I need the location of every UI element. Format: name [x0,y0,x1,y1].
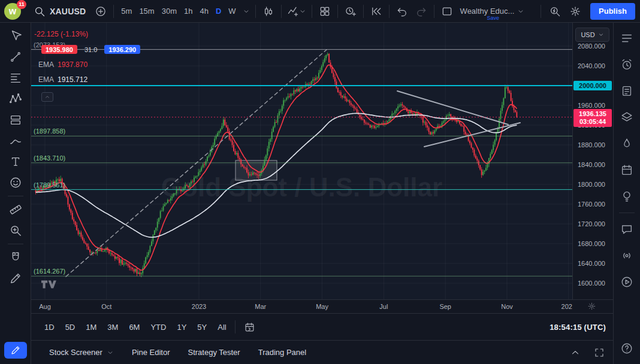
date-range-bar: 1D5D1M3M6MYTD1Y5YAll 18:54:15 (UTC) [31,313,613,340]
divider [541,5,541,18]
ema-legend-1[interactable]: EMA1937.870 [38,60,140,69]
tab-label: Pine Editor [132,348,170,357]
layout-name-button[interactable]: Wealthy Educ... Save [457,2,528,20]
emoji-tool[interactable] [4,172,27,193]
xabcd-pattern-tool[interactable] [4,89,27,109]
tab-trading-panel[interactable]: Trading Panel [252,344,312,360]
ideas-panel-button[interactable] [617,186,637,207]
chart-style-button[interactable] [259,2,277,20]
alerts-panel-button[interactable] [617,54,637,75]
right-sidebar [613,23,640,364]
brush-tool[interactable] [4,131,27,151]
price-tick: 1600.000 [578,280,605,287]
layout-template-button[interactable] [438,2,456,20]
top-toolbar: w 11 XAUUSD 5m15m30m1h4hDW Wealthy Educ.… [0,0,640,23]
compare-add-button[interactable] [92,2,110,20]
undo-button[interactable] [393,2,411,20]
range-1d[interactable]: 1D [40,320,59,334]
redo-button[interactable] [412,2,430,20]
price-low-badge[interactable]: 1935.980 [41,45,77,54]
range-6m[interactable]: 6M [124,320,144,334]
undo-icon [396,5,408,17]
timeframe-4h[interactable]: 4h [196,4,212,19]
timeframe-5m[interactable]: 5m [117,4,135,19]
panel-expand-chevron-icon[interactable] [570,347,581,358]
range-5d[interactable]: 5D [61,320,80,334]
chart-area: Gold Spot / U.S. Dollar -22.125 (-1.13%)… [31,23,613,364]
chart-pane[interactable]: Gold Spot / U.S. Dollar -22.125 (-1.13%)… [31,23,572,299]
range-all[interactable]: All [213,320,231,334]
timeframe-D[interactable]: D [212,4,225,19]
hotlists-panel-button[interactable] [617,134,637,154]
zoom-tool[interactable] [4,220,27,241]
publish-button[interactable]: Publish [590,3,635,20]
help-button[interactable] [617,338,637,359]
streams-panel-button[interactable] [617,245,637,266]
time-tick: Aug [39,303,51,310]
trend-line-tool[interactable] [4,47,27,67]
time-axis-labels: AugOct2023MarMayJulSepNov2024 [31,300,572,313]
drawings-panel-toggle[interactable] [4,342,27,359]
ema-legend-2[interactable]: EMA1915.712 [38,75,140,84]
timeframe-30m[interactable]: 30m [158,4,180,19]
layout-grid-button[interactable] [316,2,334,20]
bar-replay-button[interactable] [367,2,385,20]
chevron-down-icon [598,32,604,38]
time-axis[interactable]: AugOct2023MarMayJulSepNov2024 [31,299,613,313]
topbar-right-cluster: Publish [538,2,635,20]
watchlist-panel-button[interactable] [617,28,637,48]
quick-search-button[interactable] [546,2,564,20]
time-tick: May [316,303,328,310]
settings-button[interactable] [566,2,584,20]
panel-maximize-icon[interactable] [594,347,605,358]
price-high-badge[interactable]: 1936.290 [104,45,140,54]
go-to-date-icon[interactable] [244,321,255,333]
alert-button[interactable] [342,2,360,20]
price-axis[interactable]: USD 2000.000 1936.135 03:05:44 2080.0002… [572,23,613,299]
chevron-down-icon [107,349,114,356]
tab-pine-editor[interactable]: Pine Editor [126,344,176,360]
pencil-tool[interactable] [4,268,27,289]
data-window-panel-button[interactable] [617,81,637,101]
tab-strategy-tester[interactable]: Strategy Tester [182,344,246,360]
ruler-tool[interactable] [4,199,27,220]
legend-collapse-button[interactable] [41,92,53,102]
range-3m[interactable]: 3M [102,320,123,334]
range-5y[interactable]: 5Y [192,320,212,334]
symbol-search[interactable]: XAUUSD [29,3,90,20]
price-tick: 1680.000 [578,240,605,247]
range-ytd[interactable]: YTD [146,320,171,334]
currency-dropdown[interactable]: USD [575,28,609,42]
tab-stock-screener[interactable]: Stock Screener [43,344,120,360]
save-hint[interactable]: Save [487,15,500,21]
range-1m[interactable]: 1M [81,320,101,334]
long-position-tool[interactable] [4,110,27,130]
object-tree-panel-button[interactable] [617,107,637,128]
calendar-panel-button[interactable] [617,160,637,180]
range-1y[interactable]: 1Y [172,320,191,334]
time-tick: Oct [101,303,111,310]
bottom-panel-tabs: Stock ScreenerPine EditorStrategy Tester… [31,340,613,364]
text-tool[interactable] [4,151,27,172]
cursor-tool[interactable] [4,26,27,46]
divider [434,5,434,18]
divider [312,5,312,18]
price-range-labels: 1935.980 31.0 1936.290 [41,45,140,54]
timeframe-1h[interactable]: 1h [180,4,196,19]
divider [8,244,23,244]
magnet-tool[interactable] [4,247,27,268]
price-tick: 1960.000 [578,102,605,109]
timezone-settings-icon[interactable] [587,302,596,311]
indicators-button[interactable] [285,2,308,20]
tradingview-logo[interactable] [41,279,58,290]
timeframe-dropdown-button[interactable] [241,2,252,20]
fib-retracement-tool[interactable] [4,68,27,88]
user-menu-button[interactable]: w 11 [4,2,25,20]
timeframe-15m[interactable]: 15m [135,4,158,19]
level-price-badge: 2000.000 [573,81,612,90]
play-panel-button[interactable] [617,272,637,292]
timeframe-W[interactable]: W [225,4,239,19]
grid-icon [319,5,331,17]
chevron-down-icon [517,8,524,15]
chat-panel-button[interactable] [617,219,637,239]
